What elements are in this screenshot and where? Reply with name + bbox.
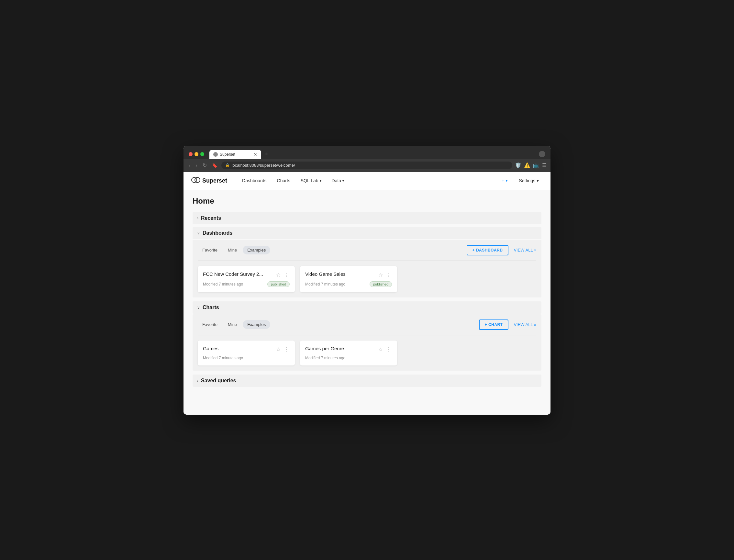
saved-queries-title: Saved queries	[201, 378, 236, 384]
dashboard-card-0-more-button[interactable]: ⋮	[283, 271, 290, 279]
charts-header[interactable]: ∨ Charts	[193, 301, 541, 314]
chart-card-0: Games ☆ ⋮ Modified 7 minutes ago	[198, 341, 295, 365]
dashboard-card-0-favorite-button[interactable]: ☆	[276, 271, 281, 279]
recents-title: Recents	[201, 215, 221, 221]
svg-point-4	[195, 177, 200, 183]
close-window-button[interactable]	[189, 152, 193, 156]
address-bar[interactable]: 🔒 localhost:8088/superset/welcome/	[221, 162, 512, 169]
charts-divider	[198, 335, 536, 335]
bookmark-button[interactable]: 🔖	[211, 162, 219, 169]
dashboard-card-0-title: FCC New Coder Survey 2...	[203, 271, 276, 277]
dashboard-card-0-modified: Modified 7 minutes ago	[203, 282, 243, 286]
dashboards-header[interactable]: ∨ Dashboards	[193, 227, 541, 239]
charts-tab-favorite[interactable]: Favorite	[198, 320, 222, 329]
user-profile-icon	[539, 151, 545, 157]
charts-tab-mine[interactable]: Mine	[223, 320, 242, 329]
reload-button[interactable]: ↻	[201, 162, 208, 169]
chart-card-0-favorite-button[interactable]: ☆	[276, 346, 281, 353]
nav-sqllab[interactable]: SQL Lab ▾	[296, 175, 326, 186]
charts-view-all[interactable]: VIEW ALL »	[514, 322, 536, 327]
browser-chrome: Superset ✕ + ‹ › ↻ 🔖 🔒 localhost:8088/su…	[184, 146, 550, 172]
chart-card-1-title: Games per Genre	[305, 346, 378, 351]
active-tab[interactable]: Superset ✕	[209, 150, 261, 159]
tab-title: Superset	[220, 152, 235, 157]
extension-warning-icon: ⚠️	[524, 162, 530, 168]
browser-toolbar: ‹ › ↻ 🔖 🔒 localhost:8088/superset/welcom…	[184, 159, 550, 172]
charts-tabs: Favorite Mine Examples	[198, 320, 479, 329]
dashboards-content: Favorite Mine Examples + DASHBOARD VIEW	[193, 240, 541, 297]
dashboard-card-1-actions: ☆ ⋮	[378, 271, 392, 279]
dashboards-tabs: Favorite Mine Examples	[198, 246, 467, 254]
dashboards-tab-favorite[interactable]: Favorite	[198, 246, 222, 254]
chart-card-0-more-button[interactable]: ⋮	[283, 346, 290, 353]
logo-text: Superset	[202, 177, 227, 184]
sqllab-dropdown-icon: ▾	[320, 179, 322, 183]
settings-button[interactable]: Settings ▾	[515, 176, 543, 185]
add-chart-button[interactable]: + CHART	[479, 319, 509, 330]
main-content: Home › Recents ∨ Dashboards	[184, 190, 550, 396]
dashboards-section: ∨ Dashboards Favorite Mine	[193, 227, 541, 297]
tab-close-icon[interactable]: ✕	[254, 152, 257, 157]
dashboard-card-0-badge: published	[267, 281, 290, 287]
charts-content: Favorite Mine Examples + CHART VIEW ALL	[193, 314, 541, 371]
charts-cards: Games ☆ ⋮ Modified 7 minutes ago	[198, 341, 536, 365]
chart-card-1: Games per Genre ☆ ⋮ Modified 7 minutes a…	[300, 341, 397, 365]
chart-card-1-meta: Modified 7 minutes ago	[305, 356, 392, 360]
dashboard-card-1-favorite-button[interactable]: ☆	[378, 271, 383, 279]
recents-chevron-icon: ›	[197, 216, 198, 220]
add-dropdown-icon: ▾	[506, 179, 507, 183]
dashboards-divider	[198, 261, 536, 261]
dashboards-tab-examples[interactable]: Examples	[243, 246, 270, 254]
security-icon: 🔒	[225, 163, 230, 167]
recents-section: › Recents	[193, 212, 541, 224]
chart-card-0-title: Games	[203, 346, 276, 351]
tab-bar: Superset ✕ +	[209, 150, 536, 159]
dashboard-card-0-actions: ☆ ⋮	[276, 271, 290, 279]
chart-card-1-more-button[interactable]: ⋮	[385, 346, 392, 353]
nav-data[interactable]: Data ▾	[327, 175, 349, 186]
charts-actions: + CHART VIEW ALL »	[479, 319, 536, 330]
address-text: localhost:8088/superset/welcome/	[232, 163, 295, 168]
chart-card-1-modified: Modified 7 minutes ago	[305, 356, 345, 360]
dashboards-actions: + DASHBOARD VIEW ALL »	[467, 245, 536, 255]
nav-charts[interactable]: Charts	[273, 175, 295, 186]
chart-card-1-favorite-button[interactable]: ☆	[378, 346, 383, 353]
dashboard-card-1-title: Video Game Sales	[305, 271, 378, 277]
charts-section: ∨ Charts Favorite Mine Ex	[193, 301, 541, 371]
menu-icon[interactable]: ☰	[542, 162, 547, 168]
forward-button[interactable]: ›	[194, 162, 198, 169]
dashboards-view-all[interactable]: VIEW ALL »	[514, 248, 536, 252]
charts-chevron-icon: ∨	[197, 305, 200, 310]
dashboards-chevron-icon: ∨	[197, 231, 200, 235]
nav-right: + ▾ Settings ▾	[498, 176, 543, 185]
nav-dashboards[interactable]: Dashboards	[238, 175, 271, 186]
chart-card-1-actions: ☆ ⋮	[378, 346, 392, 353]
dashboard-card-1-meta: Modified 7 minutes ago published	[305, 281, 392, 287]
data-dropdown-icon: ▾	[343, 179, 344, 183]
new-tab-button[interactable]: +	[262, 150, 271, 159]
charts-tab-examples[interactable]: Examples	[243, 320, 270, 329]
dashboards-tabs-bar: Favorite Mine Examples + DASHBOARD VIEW	[198, 245, 536, 255]
add-dashboard-button[interactable]: + DASHBOARD	[467, 245, 509, 255]
cast-icon: 📺	[533, 162, 539, 168]
back-button[interactable]: ‹	[187, 162, 192, 169]
recents-header[interactable]: › Recents	[193, 212, 541, 224]
toolbar-right: 🛡️ ⚠️ 📺 ☰	[515, 162, 547, 168]
dashboard-card-0-header: FCC New Coder Survey 2... ☆ ⋮	[203, 271, 290, 279]
minimize-window-button[interactable]	[195, 152, 198, 156]
dashboard-card-1: Video Game Sales ☆ ⋮ Modified 7 minutes …	[300, 266, 397, 292]
dashboards-section-title: Dashboards	[203, 230, 232, 236]
charts-section-title: Charts	[203, 305, 219, 310]
dashboards-tab-mine[interactable]: Mine	[223, 246, 242, 254]
chart-card-0-header: Games ☆ ⋮	[203, 346, 290, 353]
logo: Superset	[191, 177, 227, 185]
add-button[interactable]: + ▾	[498, 176, 511, 185]
charts-tabs-bar: Favorite Mine Examples + CHART VIEW ALL	[198, 319, 536, 330]
dashboard-card-1-modified: Modified 7 minutes ago	[305, 282, 345, 286]
chart-card-0-meta: Modified 7 minutes ago	[203, 356, 290, 360]
dashboard-card-1-more-button[interactable]: ⋮	[385, 271, 392, 279]
saved-queries-header[interactable]: › Saved queries	[193, 375, 541, 387]
chart-card-1-header: Games per Genre ☆ ⋮	[305, 346, 392, 353]
traffic-lights	[189, 152, 204, 156]
maximize-window-button[interactable]	[200, 152, 204, 156]
